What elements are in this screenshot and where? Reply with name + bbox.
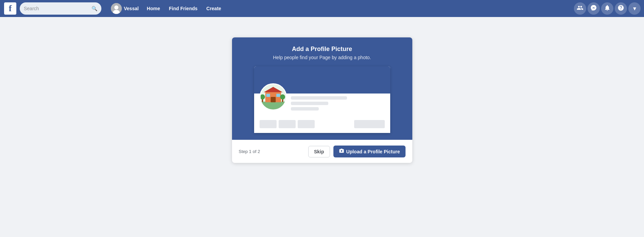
- preview-profile-area: [254, 94, 390, 117]
- people-icon: [577, 4, 583, 13]
- profile-preview: [254, 66, 390, 133]
- store-icon: [261, 84, 286, 109]
- svg-rect-7: [270, 97, 276, 102]
- search-input[interactable]: [24, 6, 90, 11]
- preview-tabs: [260, 120, 315, 128]
- preview-tab-3: [298, 120, 315, 128]
- nav-link-find-friends[interactable]: Find Friends: [166, 4, 201, 13]
- dropdown-icon-btn[interactable]: ▾: [628, 2, 641, 15]
- avatar-icon: [111, 3, 122, 14]
- step-indicator: Step 1 of 2: [239, 149, 260, 154]
- main-content: Add a Profile Picture Help people find y…: [0, 17, 644, 237]
- modal-footer: Step 1 of 2 Skip Upload a Profile Pictur…: [232, 140, 412, 163]
- messenger-icon-btn[interactable]: [588, 2, 600, 15]
- avatar: [111, 3, 122, 14]
- upload-profile-picture-button[interactable]: Upload a Profile Picture: [333, 146, 406, 157]
- preview-detail-line: [291, 102, 328, 105]
- facebook-logo[interactable]: f: [3, 2, 17, 15]
- preview-action-btn: [354, 120, 385, 128]
- svg-point-1: [114, 5, 118, 10]
- preview-extra-line: [291, 107, 319, 111]
- search-icon: 🔍: [92, 6, 97, 11]
- preview-tab-2: [279, 120, 296, 128]
- preview-info: [291, 94, 385, 113]
- preview-name-line: [291, 96, 347, 100]
- nav-icons: ▾: [574, 2, 641, 15]
- user-name-label: Vessal: [124, 6, 139, 11]
- upload-button-label: Upload a Profile Picture: [346, 149, 400, 154]
- notifications-icon-btn[interactable]: [601, 2, 613, 15]
- nav-link-create[interactable]: Create: [203, 4, 225, 13]
- preview-tab-1: [260, 120, 277, 128]
- navbar: f 🔍 Vessal Home Find Friends Create: [0, 0, 644, 17]
- svg-point-13: [280, 95, 285, 100]
- question-icon: [617, 4, 624, 13]
- fb-logo-icon: f: [4, 2, 16, 15]
- footer-buttons: Skip Upload a Profile Picture: [308, 146, 406, 157]
- nav-user-profile[interactable]: Vessal: [108, 2, 142, 15]
- help-icon-btn[interactable]: [615, 2, 627, 15]
- chevron-down-icon: ▾: [633, 5, 636, 12]
- search-bar[interactable]: 🔍: [20, 2, 101, 15]
- people-icon-btn[interactable]: [574, 2, 586, 15]
- svg-rect-4: [261, 102, 286, 109]
- camera-icon: [339, 148, 344, 155]
- modal-card: Add a Profile Picture Help people find y…: [232, 37, 412, 163]
- modal-subtitle: Help people find your Page by adding a p…: [239, 55, 406, 60]
- nav-center: Vessal Home Find Friends Create: [101, 2, 574, 15]
- nav-link-home[interactable]: Home: [144, 4, 164, 13]
- svg-rect-9: [276, 94, 280, 97]
- skip-button[interactable]: Skip: [308, 146, 330, 157]
- bell-icon: [604, 4, 611, 13]
- preview-avatar: [260, 83, 287, 111]
- modal-header: Add a Profile Picture Help people find y…: [232, 37, 412, 140]
- svg-rect-8: [266, 94, 270, 97]
- messenger-icon: [590, 4, 597, 13]
- modal-title: Add a Profile Picture: [239, 46, 406, 53]
- preview-bottom-bar: [254, 117, 390, 133]
